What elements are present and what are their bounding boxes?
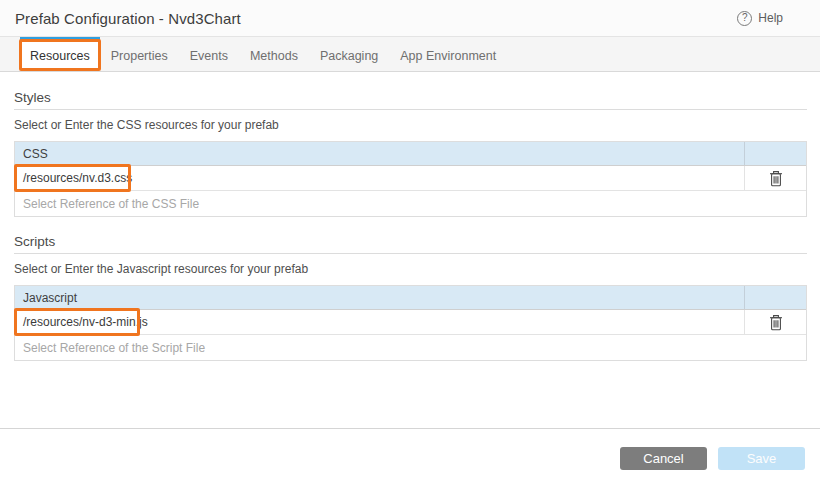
styles-section-description: Select or Enter the CSS resources for yo… bbox=[14, 118, 807, 132]
table-row: /resources/nv-d3-min.js bbox=[15, 310, 806, 335]
trash-icon bbox=[769, 170, 783, 187]
delete-css-resource-button[interactable] bbox=[767, 168, 785, 189]
tabbar: Resources Properties Events Methods Pack… bbox=[0, 37, 820, 72]
tab-label: Packaging bbox=[320, 49, 378, 63]
cancel-button[interactable]: Cancel bbox=[620, 447, 707, 470]
table-row: Select Reference of the CSS File bbox=[15, 191, 806, 216]
tab-properties[interactable]: Properties bbox=[100, 37, 179, 71]
javascript-column-header: Javascript bbox=[15, 286, 744, 309]
css-resource-path: /resources/nv.d3.css bbox=[23, 171, 132, 185]
save-button[interactable]: Save bbox=[718, 447, 805, 470]
css-resources-table: CSS /resources/nv.d3.css bbox=[14, 141, 807, 217]
tab-methods[interactable]: Methods bbox=[239, 37, 309, 71]
css-reference-placeholder[interactable]: Select Reference of the CSS File bbox=[15, 197, 806, 211]
script-action-column-header bbox=[744, 286, 806, 309]
css-action-column-header bbox=[744, 142, 806, 165]
tab-label: App Environment bbox=[400, 49, 496, 63]
script-table-header-row: Javascript bbox=[15, 286, 806, 310]
tab-label: Events bbox=[190, 49, 228, 63]
css-column-header: CSS bbox=[15, 142, 744, 165]
script-row-actions bbox=[744, 310, 806, 334]
help-button[interactable]: ? Help bbox=[737, 11, 783, 26]
css-row-actions bbox=[744, 166, 806, 190]
css-table-header-row: CSS bbox=[15, 142, 806, 166]
css-resource-value-cell[interactable]: /resources/nv.d3.css bbox=[15, 166, 744, 190]
tab-packaging[interactable]: Packaging bbox=[309, 37, 389, 71]
tab-app-environment[interactable]: App Environment bbox=[389, 37, 507, 71]
dialog-titlebar: Prefab Configuration - Nvd3Chart ? Help bbox=[0, 0, 820, 37]
script-resources-table: Javascript /resources/nv-d3-min.js bbox=[14, 285, 807, 361]
page-title: Prefab Configuration - Nvd3Chart bbox=[15, 10, 241, 27]
dialog-footer: Cancel Save bbox=[0, 428, 820, 487]
script-reference-placeholder[interactable]: Select Reference of the Script File bbox=[15, 341, 806, 355]
styles-section-heading: Styles bbox=[14, 90, 807, 110]
tab-label: Methods bbox=[250, 49, 298, 63]
scripts-section-heading: Scripts bbox=[14, 234, 807, 254]
scripts-section-description: Select or Enter the Javascript resources… bbox=[14, 262, 807, 276]
trash-icon bbox=[769, 314, 783, 331]
help-icon: ? bbox=[737, 11, 752, 26]
script-resource-value-cell[interactable]: /resources/nv-d3-min.js bbox=[15, 310, 744, 334]
tab-label: Resources bbox=[30, 49, 90, 63]
tab-resources[interactable]: Resources bbox=[20, 37, 100, 71]
tab-events[interactable]: Events bbox=[179, 37, 239, 71]
help-label: Help bbox=[758, 11, 783, 25]
table-row: /resources/nv.d3.css bbox=[15, 166, 806, 191]
delete-script-resource-button[interactable] bbox=[767, 312, 785, 333]
script-resource-path: /resources/nv-d3-min.js bbox=[23, 315, 148, 329]
table-row: Select Reference of the Script File bbox=[15, 335, 806, 360]
resources-tab-content: Styles Select or Enter the CSS resources… bbox=[0, 90, 820, 361]
tab-label: Properties bbox=[111, 49, 168, 63]
